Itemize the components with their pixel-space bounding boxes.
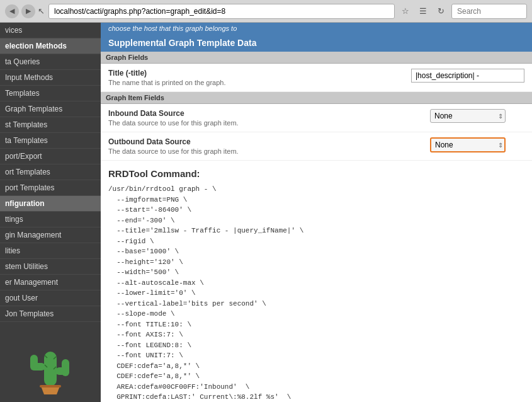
inbound-source-desc: The data source to use for this graph it…	[108, 119, 424, 127]
outbound-select[interactable]: None	[430, 137, 506, 152]
sidebar-item-ta-queries[interactable]: ta Queries	[0, 54, 101, 70]
inbound-source-control: None	[430, 109, 524, 123]
inbound-source-info: Inbound Data Source The data source to u…	[108, 109, 424, 127]
back-button[interactable]: ◀	[5, 4, 19, 18]
outbound-source-label: Outbound Data Source	[108, 137, 424, 146]
rrdtool-command-title: RRDTool Command:	[108, 168, 524, 179]
title-input[interactable]	[411, 69, 524, 83]
sidebar-item-election-methods[interactable]: election Methods	[0, 38, 101, 54]
rrdtool-code: /usr/bin/rrdtool graph - \ --imgformat=P…	[108, 184, 524, 402]
sidebar-item-port-export[interactable]: port/Export	[0, 149, 101, 164]
svg-rect-4	[62, 359, 69, 376]
url-bar[interactable]	[48, 4, 395, 19]
svg-rect-10	[40, 385, 61, 388]
outbound-source-desc: The data source to use for this graph it…	[108, 147, 424, 155]
outbound-source-row: Outbound Data Source The data source to …	[101, 132, 532, 161]
sidebar: vices election Methods ta Queries Input …	[0, 23, 101, 402]
svg-rect-2	[30, 355, 38, 370]
sidebar-item-templates[interactable]: Templates	[0, 86, 101, 101]
sidebar-item-port-templates[interactable]: port Templates	[0, 180, 101, 196]
sidebar-item-vices[interactable]: vices	[0, 23, 101, 38]
graph-fields-header: Graph Fields	[101, 52, 532, 64]
sidebar-item-input-methods[interactable]: Input Methods	[0, 70, 101, 86]
sidebar-item-stem-utilities[interactable]: stem Utilities	[0, 259, 101, 275]
nav-buttons: ◀ ▶ ↖	[5, 4, 45, 18]
cactus-logo	[0, 333, 101, 402]
title-field-desc: The name that is printed on the graph.	[108, 79, 405, 86]
sidebar-item-st-templates[interactable]: st Templates	[0, 117, 101, 133]
outbound-source-control: None	[430, 137, 524, 152]
inbound-select-wrapper: None	[430, 109, 506, 123]
sidebar-item-jon-templates[interactable]: Jon Templates	[0, 306, 101, 322]
sidebar-item-er-management[interactable]: er Management	[0, 275, 101, 290]
title-field-info: Title (-title) The name that is printed …	[108, 69, 405, 86]
sidebar-item-lities[interactable]: lities	[0, 243, 101, 259]
page-subtitle: choose the host that this graph belongs …	[101, 23, 532, 34]
sidebar-item-gin-management[interactable]: gin Management	[0, 227, 101, 243]
main-content: choose the host that this graph belongs …	[101, 23, 532, 402]
sidebar-item-graph-templates[interactable]: Graph Templates	[0, 101, 101, 117]
forward-button[interactable]: ▶	[21, 4, 35, 18]
inbound-select[interactable]: None	[430, 109, 506, 123]
sidebar-item-nfiguration[interactable]: nfiguration	[0, 196, 101, 212]
sidebar-item-ta-templates[interactable]: ta Templates	[0, 133, 101, 149]
page-header: Supplemental Graph Template Data	[101, 34, 532, 52]
title-field-row: Title (-title) The name that is printed …	[101, 64, 532, 92]
sidebar-item-ort-templates[interactable]: ort Templates	[0, 164, 101, 180]
browser-bar: ◀ ▶ ↖ ☆ ☰ ↻	[0, 0, 532, 23]
outbound-select-wrapper: None	[430, 137, 506, 152]
page-title: Supplemental Graph Template Data	[108, 38, 256, 48]
bookmark-button[interactable]: ☆	[399, 4, 412, 18]
rrdtool-section: RRDTool Command: /usr/bin/rrdtool graph …	[101, 161, 532, 402]
sidebar-item-ttings[interactable]: ttings	[0, 212, 101, 227]
inbound-source-row: Inbound Data Source The data source to u…	[101, 104, 532, 132]
refresh-button[interactable]: ↻	[434, 4, 448, 18]
sidebar-item-gout-user[interactable]: gout User	[0, 290, 101, 306]
outbound-source-info: Outbound Data Source The data source to …	[108, 137, 424, 155]
title-field-label: Title (-title)	[108, 69, 405, 78]
search-input[interactable]	[451, 4, 527, 19]
inbound-source-label: Inbound Data Source	[108, 109, 424, 118]
title-field-control	[411, 69, 524, 83]
app-container: vices election Methods ta Queries Input …	[0, 23, 532, 402]
graph-item-fields-header: Graph Item Fields	[101, 92, 532, 104]
menu-button[interactable]: ☰	[416, 4, 430, 18]
cursor-icon: ↖	[38, 6, 45, 16]
cactus-icon	[25, 339, 76, 396]
